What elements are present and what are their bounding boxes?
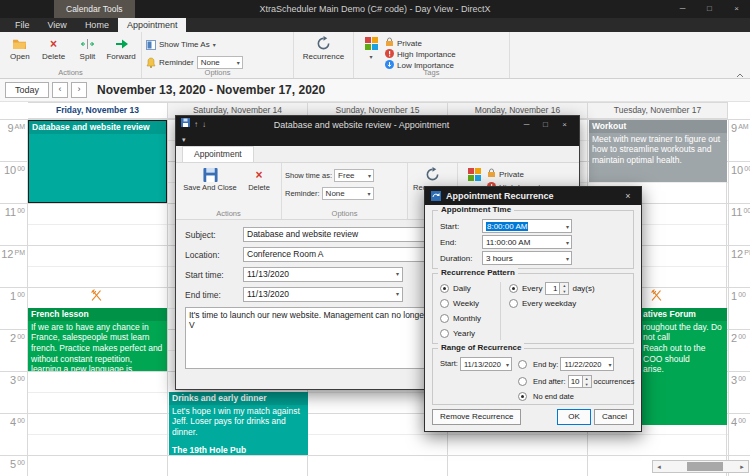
save-and-close-button[interactable]: Save And Close xyxy=(179,165,241,192)
save-icon[interactable] xyxy=(181,116,190,134)
scroll-left-button[interactable]: ◂ xyxy=(653,461,665,472)
end-after-radio[interactable]: End after: 10 ▴▾ occurrences xyxy=(518,375,634,388)
every-n-days-radio[interactable]: Every 1 ▴▾ day(s) xyxy=(509,284,626,293)
high-importance-toggle[interactable]: High Importance xyxy=(385,49,456,59)
ribbon-group-recurrence: Recurrence xyxy=(294,32,354,78)
no-end-date-radio[interactable]: No end date xyxy=(518,392,634,401)
appointment-body-line: Reach out to the COO should xyxy=(643,343,724,364)
reminder-value: None xyxy=(201,58,220,67)
lock-icon xyxy=(487,168,496,180)
location-label: Location: xyxy=(185,250,243,260)
occurrences-stepper[interactable]: 10 ▴▾ xyxy=(568,375,592,388)
day-count-stepper[interactable]: 1 ▴▾ xyxy=(545,282,569,295)
range-start-label: Start: xyxy=(440,359,458,368)
dialog-minimize-button[interactable]: ─ xyxy=(517,116,536,134)
end-date-input[interactable]: 11/13/2020 xyxy=(243,287,403,302)
private-toggle[interactable]: Private xyxy=(487,169,558,179)
weekly-radio[interactable]: Weekly xyxy=(440,299,500,308)
delete-button[interactable]: Delete xyxy=(241,165,277,192)
qat-customize-icon[interactable]: ▾ xyxy=(182,136,186,144)
time-label: 9AM xyxy=(7,122,25,134)
tab-appointment[interactable]: Appointment xyxy=(118,18,187,32)
appointment-drinks-dinner[interactable]: Drinks and early dinner Let's hope I win… xyxy=(169,392,308,455)
private-toggle[interactable]: Private xyxy=(385,38,456,48)
appointment-french-lesson[interactable]: French lesson If we are to have any chan… xyxy=(28,308,167,371)
time-label: 400 xyxy=(10,416,25,428)
previous-appointment-icon[interactable]: ↑ xyxy=(194,116,198,134)
end-after-label: End after: xyxy=(533,377,566,386)
open-button[interactable]: Open xyxy=(3,34,37,61)
end-time-select[interactable]: 11:00:00 AM xyxy=(482,235,572,249)
delete-button[interactable]: Delete xyxy=(37,34,71,61)
tab-file[interactable]: File xyxy=(6,18,39,32)
horizontal-scrollbar[interactable]: ◂ ▸ xyxy=(652,460,749,473)
previous-day-button[interactable]: ‹ xyxy=(52,82,68,98)
day-header-tuesday[interactable]: Tuesday, November 17 xyxy=(588,103,728,118)
tab-appointment[interactable]: Appointment xyxy=(182,146,254,162)
remove-recurrence-button[interactable]: Remove Recurrence xyxy=(432,409,521,425)
subject-label: Subject: xyxy=(185,230,243,240)
ribbon-tab-strip: File View Home Appointment xyxy=(0,18,750,32)
today-button[interactable]: Today xyxy=(5,82,49,98)
contextual-tab-calendar-tools[interactable]: Calendar Tools xyxy=(54,0,135,18)
show-time-as-button[interactable]: Show Time As xyxy=(145,38,243,51)
recurrence-close-button[interactable]: × xyxy=(621,191,635,201)
dialog-maximize-button[interactable]: □ xyxy=(536,116,555,134)
close-button[interactable]: × xyxy=(723,0,750,18)
tab-view[interactable]: View xyxy=(39,18,76,32)
every-weekday-label: Every weekday xyxy=(522,299,576,308)
categorize-icon xyxy=(363,36,380,51)
duration-value: 3 hours xyxy=(486,254,513,263)
reminder-select[interactable]: None xyxy=(322,187,374,200)
monthly-radio[interactable]: Monthly xyxy=(440,314,500,323)
scrollbar-thumb[interactable] xyxy=(687,462,723,471)
start-time-value: 8:00:00 AM xyxy=(486,222,528,231)
appointment-database-review[interactable]: Database and website review xyxy=(28,120,167,203)
maximize-button[interactable]: □ xyxy=(696,0,723,18)
day-count-value: 1 xyxy=(545,282,560,295)
show-time-as-select[interactable]: Free xyxy=(334,169,374,182)
ok-button[interactable]: OK xyxy=(557,409,591,425)
split-label: Split xyxy=(80,52,96,61)
duration-select[interactable]: 3 hours xyxy=(482,251,572,265)
start-time-select[interactable]: 8:00:00 AM xyxy=(482,219,572,233)
dialog-close-button[interactable]: × xyxy=(555,116,574,134)
minimize-button[interactable]: ─ xyxy=(669,0,696,18)
appointment-title: French lesson xyxy=(28,308,167,321)
split-button[interactable]: Split xyxy=(71,34,105,61)
range-start-select[interactable]: 11/13/2020 xyxy=(460,357,512,371)
scrollbar-track[interactable] xyxy=(665,461,736,472)
high-importance-icon xyxy=(385,49,394,60)
actions-group-label: Actions xyxy=(176,209,281,218)
recurrence-button[interactable]: Recurrence xyxy=(297,34,350,61)
tab-home[interactable]: Home xyxy=(76,18,118,32)
appointment-title: Workout xyxy=(589,120,727,133)
daily-radio[interactable]: Daily xyxy=(440,284,500,293)
ribbon-group-tags: Private High Importance Low Importance T… xyxy=(354,32,510,78)
next-appointment-icon[interactable]: ↓ xyxy=(202,116,206,134)
appointment-title: Drinks and early dinner xyxy=(169,392,308,405)
appointment-dialog-title: Database and website review - Appointmen… xyxy=(210,120,513,130)
appointment-location: The 19th Hole Pub xyxy=(169,445,308,456)
split-icon xyxy=(79,36,96,51)
recurrence-pattern-group: Recurrence Pattern Daily Weekly Monthly … xyxy=(432,273,634,344)
appointment-time-group: Appointment Time Start: 8:00:00 AM End: … xyxy=(432,210,634,269)
every-weekday-radio[interactable]: Every weekday xyxy=(509,299,626,308)
dialog-group-options: Show time as: Free Reminder: None Option… xyxy=(282,163,408,219)
yearly-radio[interactable]: Yearly xyxy=(440,329,500,338)
cancel-button[interactable]: Cancel xyxy=(594,409,634,425)
end-by-date-select[interactable]: 11/22/2020 xyxy=(560,357,614,371)
appointment-workout[interactable]: Workout Meet with new trainer to figure … xyxy=(589,120,727,182)
dialog-group-actions: Save And Close Delete Actions xyxy=(176,163,282,219)
time-label: 12PM xyxy=(731,248,750,260)
scroll-right-button[interactable]: ▸ xyxy=(736,461,748,472)
recurrence-dialog-titlebar: Appointment Recurrence × xyxy=(425,187,641,205)
forward-button[interactable]: Forward xyxy=(104,34,138,61)
range-label: Range of Recurrence xyxy=(438,343,524,352)
categorize-button[interactable] xyxy=(357,34,385,61)
appointment-title: Database and website review xyxy=(29,121,166,134)
day-header-friday[interactable]: Friday, November 13 xyxy=(28,103,168,118)
start-date-input[interactable]: 11/13/2020 xyxy=(243,267,403,282)
next-day-button[interactable]: › xyxy=(71,82,87,98)
end-by-radio[interactable]: End by: 11/22/2020 xyxy=(518,357,634,371)
